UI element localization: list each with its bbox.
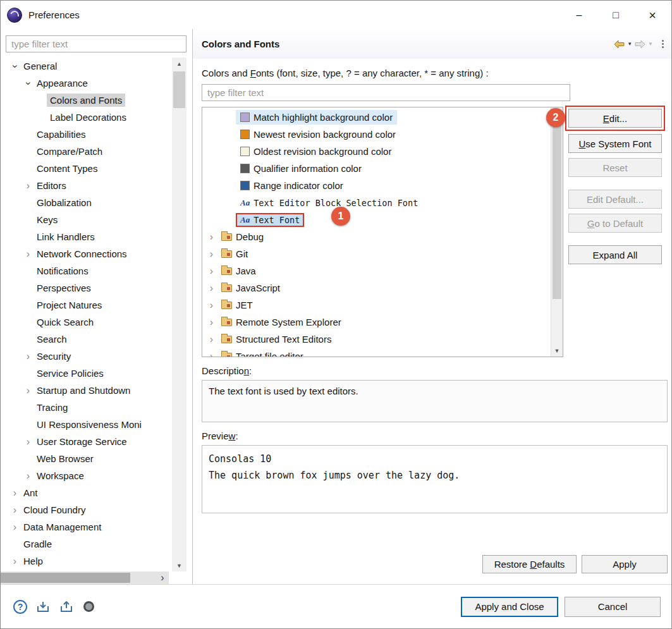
tree-item[interactable]: Perspectives (1, 279, 171, 296)
tree-chevron-icon[interactable] (23, 249, 34, 259)
tree-item[interactable]: Editors (1, 177, 171, 194)
list-item[interactable]: Target file editor (202, 348, 551, 357)
list-item[interactable]: JET (202, 296, 551, 314)
list-item[interactable]: Java (202, 262, 551, 279)
list-item-rowline[interactable]: Oldest revision background color (236, 144, 396, 159)
apply-and-close-button[interactable]: Apply and Close (461, 597, 558, 617)
maximize-button[interactable]: □ (597, 1, 634, 29)
list-item[interactable]: Remote System Explorer (202, 314, 551, 331)
list-item[interactable]: Oldest revision background color (202, 143, 551, 160)
list-item-rowline[interactable]: JET (217, 298, 257, 312)
tree-item[interactable]: Search (1, 331, 171, 348)
tree-chevron-icon[interactable] (9, 488, 20, 498)
list-item-rowline[interactable]: Range indicator color (236, 178, 348, 193)
import-preferences-icon[interactable] (60, 601, 74, 613)
tree-item[interactable]: Compare/Patch (1, 143, 171, 160)
list-item-rowline[interactable]: Target file editor (217, 349, 308, 357)
forward-history-chevron-down-icon[interactable]: ▼ (647, 41, 654, 47)
tree-item[interactable]: Label Decorations (1, 109, 171, 126)
tree-chevron-icon[interactable] (23, 471, 34, 481)
tree-item[interactable]: Project Natures (1, 296, 171, 314)
list-chevron-icon[interactable] (206, 283, 217, 293)
back-icon[interactable] (614, 40, 625, 49)
tree-chevron-icon[interactable] (23, 78, 34, 89)
list-chevron-icon[interactable] (206, 266, 217, 276)
tree-item[interactable]: Keys (1, 211, 171, 228)
tree-chevron-icon[interactable] (9, 61, 20, 71)
tree-item[interactable]: Network Connections (1, 245, 171, 262)
list-item[interactable]: Qualifier information color (202, 160, 551, 177)
tree-item[interactable]: Ant (1, 484, 171, 501)
close-button[interactable]: × (634, 1, 671, 29)
tree-item[interactable]: Appearance (1, 75, 171, 92)
list-item[interactable]: Debug (202, 228, 551, 245)
tree-item[interactable]: General (1, 58, 171, 75)
view-menu-icon[interactable] (661, 39, 665, 49)
tree-item[interactable]: Workspace (1, 467, 171, 484)
list-item[interactable]: JavaScript (202, 279, 551, 296)
scroll-right-icon[interactable]: › (156, 571, 169, 584)
tree-item[interactable]: Notifications (1, 262, 171, 279)
list-item[interactable]: Git (202, 245, 551, 262)
minimize-button[interactable]: – (561, 1, 597, 29)
tree-item[interactable]: Gradle (1, 535, 171, 553)
scroll-down-icon[interactable]: ▼ (172, 559, 186, 571)
list-chevron-icon[interactable] (206, 232, 217, 242)
tree-item[interactable]: Colors and Fonts (1, 92, 171, 109)
sidebar-vscrollbar[interactable]: ▲ ▼ (172, 58, 186, 571)
tree-chevron-icon[interactable] (23, 181, 34, 191)
use-system-font-button[interactable]: Use System Font (568, 134, 662, 153)
edit-button[interactable]: Edit... (568, 109, 662, 128)
tree-item[interactable]: Help (1, 553, 171, 570)
list-item[interactable]: Structured Text Editors (202, 331, 551, 348)
tree-item[interactable]: User Storage Service (1, 433, 171, 450)
tree-chevron-icon[interactable] (9, 505, 20, 515)
list-item-rowline[interactable]: Qualifier information color (236, 161, 366, 176)
back-history-chevron-down-icon[interactable]: ▼ (626, 41, 633, 47)
tree-item[interactable]: Web Browser (1, 450, 171, 467)
tree-item[interactable]: UI Responsiveness Moni (1, 416, 171, 433)
hscroll-thumb[interactable] (1, 573, 130, 583)
list-item-rowline[interactable]: Java (217, 264, 260, 278)
tree-item[interactable]: Security (1, 348, 171, 365)
tree-chevron-icon[interactable] (9, 556, 20, 566)
tree-chevron-icon[interactable] (9, 522, 20, 532)
sidebar-hscrollbar[interactable]: › (1, 571, 169, 584)
tree-item[interactable]: Data Management (1, 518, 171, 535)
apply-button[interactable]: Apply (582, 555, 668, 573)
list-item-rowline[interactable]: Debug (217, 229, 268, 244)
list-chevron-icon[interactable] (206, 317, 217, 327)
tree-item[interactable]: Cloud Foundry (1, 501, 171, 518)
expand-all-button[interactable]: Expand All (568, 245, 662, 264)
list-item[interactable]: Match highlight background color (202, 109, 551, 126)
list-item-rowline[interactable]: Text Font (236, 213, 304, 227)
list-item[interactable]: Newest revision background color (202, 126, 551, 143)
tree-item[interactable]: Content Types (1, 160, 171, 177)
forward-icon[interactable] (635, 40, 645, 49)
list-item-rowline[interactable]: Git (217, 247, 252, 261)
list-item-rowline[interactable]: Remote System Explorer (217, 315, 346, 329)
tree-item[interactable]: Tracing (1, 399, 171, 416)
list-item-rowline[interactable]: JavaScript (217, 281, 284, 295)
list-item-rowline[interactable]: Newest revision background color (236, 127, 400, 142)
tree-chevron-icon[interactable] (23, 351, 34, 362)
list-item[interactable]: Text Editor Block Selection Font (202, 194, 551, 211)
sidebar-filter-input[interactable] (6, 35, 186, 52)
tree-item[interactable]: Quick Search (1, 314, 171, 331)
cancel-button[interactable]: Cancel (565, 597, 661, 617)
list-item[interactable]: Range indicator color (202, 177, 551, 194)
tree-chevron-icon[interactable] (23, 386, 34, 396)
tree-item[interactable]: Service Policies (1, 365, 171, 382)
tree-item[interactable]: Globalization (1, 194, 171, 211)
tree-item[interactable]: Capabilities (1, 126, 171, 143)
fonts-filter-input[interactable] (202, 84, 570, 101)
restore-defaults-button[interactable]: Restore Defaults (482, 555, 577, 573)
scroll-down-icon[interactable]: ▼ (551, 345, 563, 357)
list-chevron-icon[interactable] (206, 300, 217, 310)
list-item[interactable]: Text Font (202, 211, 551, 228)
list-item-rowline[interactable]: Match highlight background color (236, 110, 397, 125)
list-chevron-icon[interactable] (206, 351, 217, 357)
list-chevron-icon[interactable] (206, 249, 217, 259)
list-item-rowline[interactable]: Text Editor Block Selection Font (236, 196, 422, 210)
list-chevron-icon[interactable] (206, 334, 217, 345)
